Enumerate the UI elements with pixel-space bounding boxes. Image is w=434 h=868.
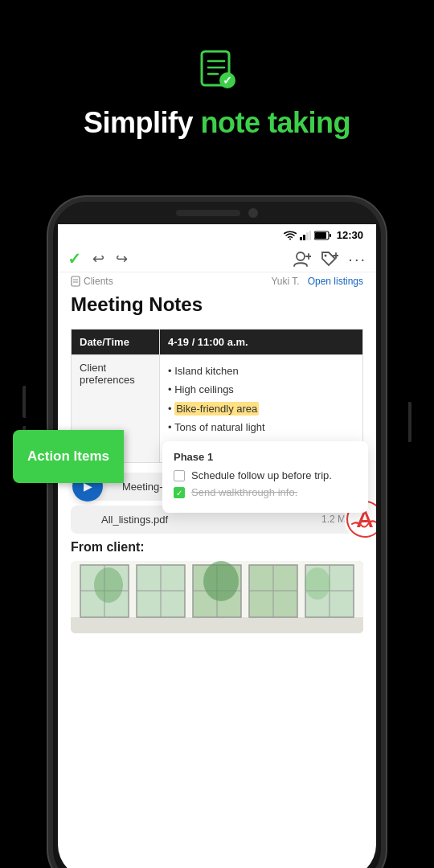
svg-point-13 — [297, 252, 305, 260]
confirm-icon[interactable]: ✓ — [68, 249, 81, 268]
svg-point-43 — [305, 567, 330, 600]
hero-highlight: note taking — [201, 106, 351, 139]
svg-point-42 — [203, 561, 239, 601]
breadcrumb-parent[interactable]: Clients — [84, 276, 113, 287]
svg-rect-12 — [330, 234, 331, 237]
list-item: High ceilings — [168, 380, 354, 399]
pdf-file-info: All_listings.pdf 1.2 MB — [82, 514, 352, 526]
table-header-row: Date/Time 4-19 / 11:00 a.m. — [72, 330, 363, 355]
toolbar-right: ··· — [293, 250, 366, 268]
checkbox-2[interactable] — [174, 487, 185, 498]
status-time: 12:30 — [337, 229, 363, 241]
room-illustration — [71, 561, 363, 633]
phase-label: Phase 1 — [174, 451, 357, 463]
svg-point-16 — [325, 255, 327, 257]
camera — [248, 208, 258, 218]
svg-rect-8 — [306, 232, 309, 240]
checklist-item-1: Schedule follow up before trip. — [174, 469, 357, 481]
more-options-button[interactable]: ··· — [348, 250, 366, 268]
svg-text:✓: ✓ — [223, 74, 232, 87]
redo-button[interactable]: ↪ — [116, 250, 128, 268]
svg-rect-25 — [71, 617, 363, 633]
notes-icon: ✓ — [195, 48, 239, 92]
phone-top-bar — [53, 202, 381, 224]
action-items-popup: Phase 1 Schedule follow up before trip. … — [162, 441, 368, 513]
table-header-col1: Date/Time — [72, 330, 160, 355]
signal-icon — [300, 231, 311, 240]
svg-rect-6 — [300, 237, 302, 240]
checkbox-1[interactable] — [174, 470, 185, 481]
note-title[interactable]: Meeting Notes — [71, 290, 363, 319]
phone-screen: 12:30 ✓ ↩ ↪ — [58, 224, 376, 868]
document-icon — [71, 276, 80, 287]
table-header-val: 4-19 / 11:00 a.m. — [160, 330, 363, 355]
action-items-tab[interactable]: Action Items — [13, 430, 124, 483]
svg-rect-11 — [315, 232, 326, 239]
breadcrumb: Clients Yuki T. Open listings — [58, 272, 376, 290]
phone-frame: 12:30 ✓ ↩ ↪ — [48, 197, 386, 868]
hero-section: ✓ Simplify note taking — [0, 0, 434, 164]
list-item: Tons of natural light — [168, 418, 354, 436]
speaker — [176, 210, 240, 216]
client-image — [71, 561, 363, 633]
svg-rect-9 — [309, 231, 311, 240]
add-tag-icon[interactable] — [321, 251, 338, 267]
toolbar: ✓ ↩ ↪ — [58, 246, 376, 272]
add-person-icon[interactable] — [293, 251, 311, 267]
checklist-text-2: Send walkthrough info. — [191, 486, 297, 498]
status-icons — [284, 231, 332, 240]
volume-up-button[interactable] — [23, 386, 26, 418]
list-item: Bike-friendly area — [168, 399, 354, 418]
svg-rect-19 — [72, 276, 80, 286]
pdf-filename: All_listings.pdf — [101, 514, 168, 526]
checklist-text-1: Schedule follow up before trip. — [191, 469, 332, 481]
svg-rect-7 — [303, 235, 305, 240]
power-button[interactable] — [408, 402, 411, 442]
toolbar-left: ✓ ↩ ↪ — [68, 249, 280, 268]
highlighted-preference: Bike-friendly area — [174, 402, 259, 416]
hero-title: Simplify note taking — [84, 106, 350, 140]
action-items-label: Action Items — [27, 448, 109, 464]
undo-button[interactable]: ↩ — [92, 250, 104, 268]
checklist-item-2: Send walkthrough info. — [174, 486, 357, 498]
list-item: Island kitchen — [168, 362, 354, 380]
status-bar: 12:30 — [58, 224, 376, 246]
breadcrumb-path: Clients — [71, 276, 113, 287]
breadcrumb-user: Yuki T. — [271, 276, 299, 287]
phone-mockup: 12:30 ✓ ↩ ↪ — [48, 197, 386, 868]
from-client-label: From client: — [71, 540, 363, 555]
open-listings-button[interactable]: Open listings — [308, 276, 363, 287]
battery-icon — [314, 231, 332, 240]
breadcrumb-actions: Yuki T. Open listings — [271, 276, 363, 287]
wifi-icon — [284, 231, 297, 240]
svg-point-41 — [94, 567, 123, 603]
